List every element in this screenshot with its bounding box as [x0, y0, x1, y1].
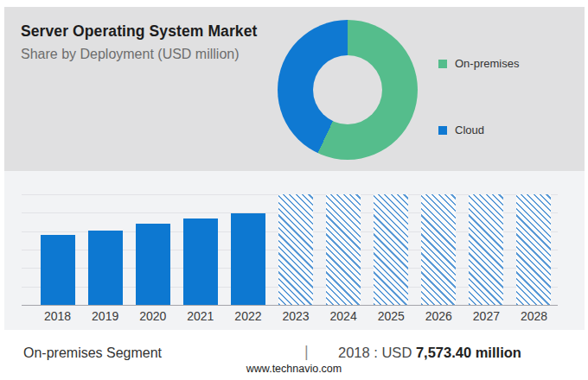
highlight-value-prefix: 2018 : USD [338, 345, 412, 360]
x-axis-labels: 2018201920202021202220232024202520262027… [22, 309, 558, 323]
highlight-value: 2018 : USD 7,573.40 million [338, 345, 521, 361]
bar-chart-plot-area [22, 194, 558, 306]
x-tick-2022: 2022 [224, 309, 272, 323]
bar-2020 [136, 224, 170, 305]
page-subtitle: Share by Deployment (USD million) [21, 47, 257, 62]
forecast-bar-2025 [374, 194, 408, 305]
infographic: Server Operating System Market Share by … [0, 0, 588, 380]
legend-item-cloud: Cloud [438, 124, 484, 136]
bar-2022 [231, 213, 265, 305]
header-titles: Server Operating System Market Share by … [21, 22, 257, 62]
bars-row [22, 194, 558, 305]
legend-swatch-on-premises [438, 60, 447, 68]
footer: On-premises Segment | 2018 : USD 7,573.4… [0, 330, 588, 380]
legend-label-on-premises: On-premises [455, 57, 519, 70]
forecast-bar-2026 [421, 194, 456, 305]
x-tick-2028: 2028 [510, 309, 558, 323]
x-tick-2019: 2019 [81, 309, 129, 323]
bar-chart-panel: 2018201920202021202220232024202520262027… [4, 171, 585, 330]
bar-slot-2027 [463, 194, 510, 305]
bar-slot-2023 [272, 194, 319, 305]
bar-slot-2028 [510, 194, 558, 305]
x-tick-2024: 2024 [320, 309, 368, 323]
header-panel: Server Operating System Market Share by … [4, 7, 585, 171]
x-tick-2020: 2020 [129, 309, 176, 323]
bar-slot-2026 [415, 194, 463, 305]
legend-item-on-premises: On-premises [438, 57, 519, 70]
x-tick-2018: 2018 [34, 309, 81, 323]
x-tick-2027: 2027 [463, 309, 510, 323]
bar-slot-2022 [224, 194, 272, 305]
bar-2021 [183, 218, 218, 305]
donut-hole [313, 55, 382, 124]
donut-chart [278, 20, 418, 160]
forecast-bar-2023 [278, 194, 313, 305]
x-tick-2025: 2025 [368, 309, 415, 323]
bar-slot-2021 [176, 194, 224, 305]
website-url: www.technavio.com [0, 363, 588, 375]
forecast-bar-2024 [326, 194, 361, 305]
forecast-bar-2028 [516, 194, 551, 305]
highlight-value-bold: 7,573.40 million [416, 345, 521, 360]
x-tick-2023: 2023 [272, 309, 319, 323]
bar-slot-2020 [129, 194, 176, 305]
bar-2018 [41, 235, 75, 305]
x-tick-2021: 2021 [176, 309, 224, 323]
x-axis-line [22, 305, 558, 306]
x-tick-2026: 2026 [415, 309, 463, 323]
legend-label-cloud: Cloud [455, 124, 484, 136]
segment-caption: On-premises Segment [23, 345, 162, 361]
bar-slot-2024 [320, 194, 368, 305]
bar-2019 [88, 231, 123, 305]
page-title: Server Operating System Market [21, 22, 257, 41]
bar-slot-2018 [34, 194, 81, 305]
forecast-bar-2027 [469, 194, 503, 305]
bar-slot-2019 [81, 194, 129, 305]
legend-swatch-cloud [438, 126, 447, 135]
divider: | [304, 343, 309, 361]
bar-slot-2025 [368, 194, 415, 305]
